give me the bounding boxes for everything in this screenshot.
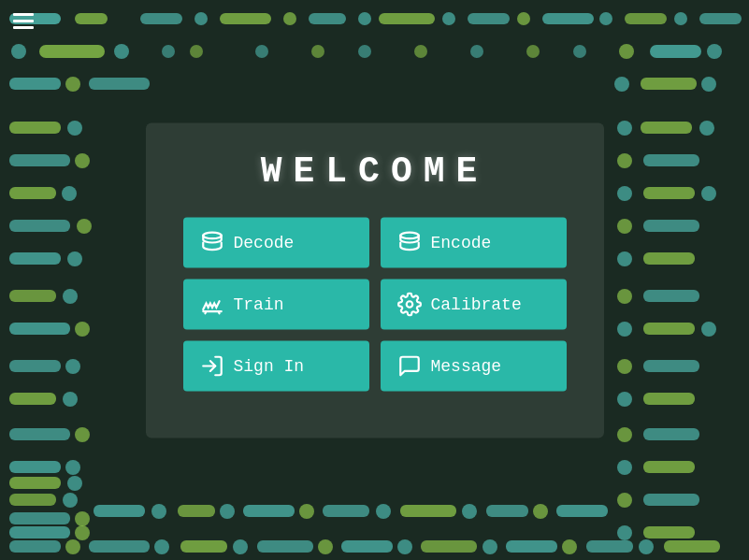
- encode-label: Encode: [431, 233, 492, 251]
- svg-rect-115: [586, 540, 633, 553]
- svg-point-55: [617, 121, 632, 136]
- svg-point-104: [154, 539, 169, 554]
- svg-rect-100: [556, 505, 608, 517]
- svg-rect-88: [94, 505, 145, 517]
- svg-point-124: [470, 45, 483, 58]
- svg-point-57: [699, 121, 714, 136]
- svg-point-60: [617, 186, 632, 201]
- svg-point-69: [617, 322, 632, 337]
- svg-rect-16: [699, 13, 742, 24]
- signin-icon: [200, 353, 224, 378]
- svg-rect-68: [643, 290, 699, 302]
- svg-rect-49: [9, 461, 61, 473]
- svg-point-58: [617, 153, 632, 168]
- svg-point-62: [701, 186, 716, 201]
- svg-point-65: [617, 251, 632, 266]
- svg-point-5: [283, 12, 296, 25]
- message-button[interactable]: Message: [381, 340, 567, 391]
- svg-point-121: [311, 45, 324, 58]
- decode-label: Decode: [234, 233, 295, 251]
- svg-point-38: [67, 251, 82, 266]
- svg-rect-27: [641, 78, 697, 90]
- svg-rect-14: [625, 13, 667, 24]
- svg-point-114: [562, 539, 577, 554]
- svg-rect-96: [400, 505, 456, 517]
- svg-point-34: [62, 186, 77, 201]
- svg-point-46: [63, 392, 78, 407]
- svg-rect-77: [643, 428, 699, 440]
- svg-point-20: [619, 44, 634, 59]
- message-label: Message: [431, 356, 502, 375]
- svg-point-42: [75, 322, 90, 337]
- svg-rect-56: [641, 122, 692, 134]
- svg-rect-66: [643, 252, 695, 265]
- calibrate-button[interactable]: Calibrate: [381, 279, 567, 329]
- train-label: Train: [234, 294, 284, 313]
- welcome-modal: WELCOME Decode Encode: [146, 122, 604, 438]
- svg-rect-64: [643, 220, 699, 232]
- svg-rect-29: [9, 122, 61, 134]
- svg-point-50: [65, 460, 80, 475]
- svg-point-30: [67, 121, 82, 136]
- decode-button[interactable]: Decode: [183, 217, 369, 267]
- svg-rect-23: [9, 78, 61, 90]
- svg-point-120: [255, 45, 268, 58]
- svg-point-85: [67, 476, 82, 491]
- svg-point-13: [599, 12, 612, 25]
- svg-rect-37: [9, 252, 61, 265]
- svg-point-116: [639, 539, 654, 554]
- svg-rect-2: [140, 13, 182, 24]
- svg-point-19: [114, 44, 129, 59]
- svg-point-80: [617, 493, 632, 508]
- train-button[interactable]: Train: [183, 279, 369, 329]
- svg-rect-51: [9, 494, 56, 506]
- svg-rect-113: [506, 540, 557, 553]
- svg-point-78: [617, 460, 632, 475]
- svg-point-71: [701, 322, 716, 337]
- svg-rect-92: [243, 505, 295, 517]
- svg-point-24: [65, 77, 80, 92]
- svg-point-9: [442, 12, 455, 25]
- svg-rect-101: [9, 540, 61, 553]
- signin-button[interactable]: Sign In: [183, 340, 369, 391]
- svg-rect-61: [643, 187, 695, 199]
- svg-point-17: [11, 44, 26, 59]
- svg-rect-86: [9, 512, 70, 524]
- svg-rect-39: [9, 290, 56, 302]
- svg-point-11: [517, 12, 530, 25]
- welcome-title: WELCOME: [183, 151, 567, 191]
- svg-point-122: [358, 45, 371, 58]
- svg-point-99: [533, 504, 548, 519]
- svg-rect-4: [220, 13, 271, 24]
- svg-point-72: [617, 359, 632, 374]
- svg-rect-105: [180, 540, 227, 553]
- svg-rect-8: [379, 13, 435, 24]
- svg-point-52: [63, 493, 78, 508]
- svg-point-32: [75, 153, 90, 168]
- svg-rect-70: [643, 323, 695, 335]
- svg-rect-21: [650, 45, 701, 58]
- svg-point-89: [151, 504, 166, 519]
- menu-button[interactable]: [13, 13, 34, 29]
- svg-point-108: [318, 539, 333, 554]
- svg-point-110: [397, 539, 412, 554]
- encode-button[interactable]: Encode: [381, 217, 567, 267]
- svg-rect-83: [643, 526, 695, 538]
- chat-icon: [397, 353, 422, 378]
- svg-point-74: [617, 392, 632, 407]
- svg-rect-103: [89, 540, 150, 553]
- svg-rect-33: [9, 187, 56, 199]
- svg-rect-73: [643, 360, 699, 372]
- svg-point-102: [65, 539, 80, 554]
- svg-rect-79: [643, 461, 695, 473]
- svg-rect-53: [9, 526, 70, 538]
- svg-rect-41: [9, 323, 70, 335]
- svg-rect-25: [89, 78, 150, 90]
- button-grid: Decode Encode Train: [183, 217, 567, 391]
- svg-point-128: [400, 232, 419, 238]
- svg-point-3: [194, 12, 208, 25]
- svg-rect-43: [9, 360, 61, 372]
- svg-rect-47: [9, 428, 70, 440]
- svg-point-93: [299, 504, 314, 519]
- svg-point-95: [376, 504, 391, 519]
